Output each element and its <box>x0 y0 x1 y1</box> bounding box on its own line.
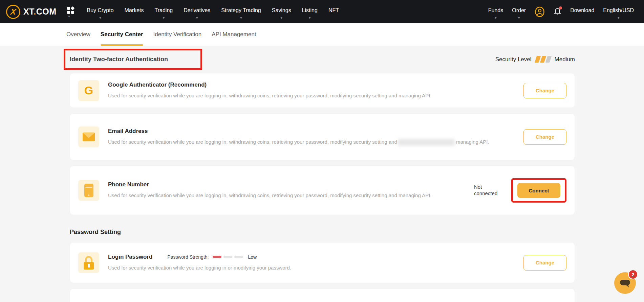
card-title-phone: Phone Number <box>108 181 467 188</box>
nav-item-savings[interactable]: Savings▼ <box>272 5 291 18</box>
notification-dot <box>559 6 562 9</box>
g-glyph: G <box>84 84 93 97</box>
card-google-authenticator: G Google Authenticator (Recommend) Used … <box>70 73 575 108</box>
chevron-down-icon: ▼ <box>68 15 71 18</box>
connect-phone-button[interactable]: Connect <box>517 183 560 198</box>
blurred-email-address <box>398 139 455 146</box>
card-body: Login Password Password Strength: Low Us… <box>108 254 516 272</box>
chevron-down-icon: ▼ <box>99 16 102 20</box>
chat-unread-badge: 2 <box>628 270 638 279</box>
tab-security-center[interactable]: Security Center <box>101 23 143 46</box>
tab-overview[interactable]: Overview <box>66 23 90 46</box>
password-strength-label: Password Strength: <box>167 254 209 260</box>
security-level-bars-icon <box>536 56 551 63</box>
nav-item-derivatives[interactable]: Derivatives▼ <box>184 5 210 18</box>
phone-icon <box>78 180 99 201</box>
password-icon <box>78 252 99 273</box>
apps-grid-icon[interactable]: ▼ <box>66 7 74 17</box>
nav-item-download[interactable]: Download <box>570 5 594 18</box>
change-email-button[interactable]: Change <box>523 129 566 145</box>
smartphone-icon <box>84 184 93 197</box>
chevron-down-icon: ▼ <box>517 16 520 20</box>
brand-xt: XT <box>23 7 34 16</box>
navbar-right: Funds▼ Order▼ Download English/USD▼ <box>488 5 634 18</box>
highlight-box-connect: Connect <box>511 178 566 203</box>
card-phone-number: Phone Number Used for security verificat… <box>70 166 575 215</box>
card-partial-bottom <box>70 288 575 302</box>
brand-name: XT.COM <box>23 7 56 17</box>
nav-item-order[interactable]: Order▼ <box>512 5 526 18</box>
card-title-google: Google Authenticator (Recommend) <box>108 82 516 88</box>
nav-label: English/USD <box>603 7 634 13</box>
nav-label: Strategy Trading <box>221 7 261 13</box>
google-authenticator-icon: G <box>78 80 99 101</box>
account-tabbar: Overview Security Center Identity Verifi… <box>0 23 644 46</box>
envelope-icon <box>82 132 95 142</box>
email-desc-start: Used for security verification while you… <box>108 139 397 145</box>
nav-label: Order <box>512 7 526 13</box>
chevron-down-icon: ▼ <box>494 16 497 20</box>
nav-label: Download <box>570 7 594 13</box>
tab-api-management[interactable]: API Management <box>212 23 256 46</box>
card-title-login-password: Login Password <box>108 254 152 260</box>
phone-status-badge: Not connected <box>474 184 506 197</box>
nav-label: Markets <box>125 7 144 13</box>
nav-item-funds[interactable]: Funds▼ <box>488 5 503 18</box>
nav-label: Funds <box>488 7 503 13</box>
brand-dot: . <box>34 7 36 16</box>
security-level-value: Medium <box>555 56 575 63</box>
change-password-button[interactable]: Change <box>523 255 566 271</box>
password-strength-meter <box>213 256 243 258</box>
card-body: Google Authenticator (Recommend) Used fo… <box>108 82 516 100</box>
support-chat-button[interactable]: 2 <box>614 272 636 294</box>
nav-item-listing[interactable]: Listing▼ <box>302 5 318 18</box>
xt-logo-x: X <box>10 7 17 17</box>
card-email-address: Email Address Used for security verifica… <box>70 113 575 160</box>
notifications-bell-icon[interactable] <box>554 7 561 16</box>
xt-logo[interactable]: X XT.COM <box>6 5 56 19</box>
padlock-icon <box>83 256 94 270</box>
card-desc-google: Used for security verification while you… <box>108 91 516 100</box>
highlight-box-2fa-title: Identity Two-factor Authentication <box>64 49 202 70</box>
chevron-down-icon: ▼ <box>162 16 165 20</box>
card-desc-email: Used for security verification while you… <box>108 138 516 146</box>
nav-label: Derivatives <box>184 7 210 13</box>
section-title-password-setting: Password Setting <box>70 229 575 236</box>
brand-com: COM <box>36 7 57 16</box>
nav-label: Buy Crypto <box>87 7 113 13</box>
card-desc-phone: Used for security verification while you… <box>108 191 467 200</box>
account-avatar-icon[interactable] <box>535 6 545 17</box>
main-nav: Buy Crypto▼ Markets Trading▼ Derivatives… <box>87 5 339 18</box>
xt-logo-icon: X <box>6 5 20 19</box>
chevron-down-icon: ▼ <box>240 16 243 20</box>
section-header-row: Identity Two-factor Authentication Secur… <box>70 49 575 70</box>
chevron-down-icon: ▼ <box>195 16 198 20</box>
card-body: Email Address Used for security verifica… <box>108 128 516 146</box>
nav-item-strategy-trading[interactable]: Strategy Trading▼ <box>221 5 261 18</box>
password-strength-value: Low <box>248 254 257 260</box>
chevron-down-icon: ▼ <box>280 16 283 20</box>
nav-label: Trading <box>155 7 173 13</box>
nav-item-buy-crypto[interactable]: Buy Crypto▼ <box>87 5 113 18</box>
card-login-password: Login Password Password Strength: Low Us… <box>70 242 575 283</box>
tab-identity-verification[interactable]: Identity Verification <box>153 23 202 46</box>
nav-item-nft[interactable]: NFT <box>328 5 339 18</box>
card-body: Phone Number Used for security verificat… <box>108 181 467 200</box>
change-google-button[interactable]: Change <box>523 83 566 98</box>
security-level: Security Level Medium <box>495 56 575 63</box>
nav-item-language-currency[interactable]: English/USD▼ <box>603 5 634 18</box>
nav-item-trading[interactable]: Trading▼ <box>155 5 173 18</box>
card-title-email: Email Address <box>108 128 516 135</box>
grid-squares-icon <box>67 7 74 14</box>
security-level-label: Security Level <box>495 56 532 63</box>
security-center-content: Identity Two-factor Authentication Secur… <box>70 49 575 302</box>
card-desc-login-password: Used for security verification while you… <box>108 263 516 272</box>
section-title-2fa: Identity Two-factor Authentication <box>70 56 168 63</box>
nav-item-markets[interactable]: Markets <box>125 5 144 18</box>
email-icon <box>78 126 99 147</box>
user-icon <box>535 6 545 17</box>
nav-label: Listing <box>302 7 318 13</box>
login-password-title-row: Login Password Password Strength: Low <box>108 254 516 260</box>
chevron-down-icon: ▼ <box>617 16 620 20</box>
nav-label: Savings <box>272 7 291 13</box>
